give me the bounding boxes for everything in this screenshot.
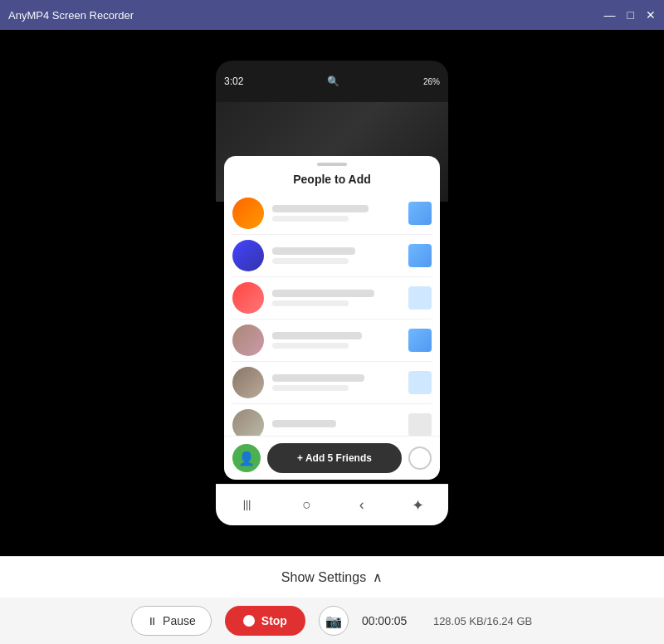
avatar [232, 324, 264, 356]
person-info [272, 247, 400, 264]
phone-camera-icons: 🔍 [327, 76, 339, 87]
modal-title: People to Add [224, 169, 440, 193]
add-friend-icon[interactable] [408, 371, 432, 394]
add-friend-icon[interactable] [408, 329, 432, 352]
stop-circle-icon [243, 615, 255, 627]
add-friend-icon[interactable] [408, 202, 432, 225]
modal-panel: People to Add [224, 156, 440, 480]
avatar [232, 409, 264, 436]
stop-label: Stop [261, 614, 287, 627]
nav-back-icon[interactable]: ‹ [359, 496, 364, 514]
sub-bar [272, 385, 349, 391]
phone-screen: 3:02 🔍 26% People to Add [216, 61, 448, 525]
list-item [232, 277, 432, 320]
person-info [272, 205, 400, 222]
title-bar-controls: — □ ✕ [604, 9, 656, 21]
screenshot-button[interactable]: 📷 [319, 606, 349, 636]
name-bar [272, 332, 362, 339]
name-bar [272, 290, 374, 297]
green-avatar: 👤 [232, 444, 261, 472]
list-item [232, 193, 432, 235]
phone-time: 3:02 [224, 76, 243, 87]
file-size-display: 128.05 KB/16.24 GB [433, 615, 533, 627]
phone-top-bar: 3:02 🔍 26% [216, 61, 448, 102]
nav-home-icon[interactable]: ○ [302, 496, 311, 514]
circle-check [408, 446, 432, 470]
add-friends-button[interactable]: + Add 5 Friends [267, 443, 402, 473]
person-info [272, 374, 400, 391]
list-item [232, 235, 432, 277]
name-bar [272, 374, 364, 382]
add-friend-icon[interactable] [408, 244, 432, 267]
person-icon: 👤 [238, 451, 255, 466]
name-bar [272, 420, 336, 427]
timer-display: 00:00:05 [362, 614, 420, 627]
pause-button[interactable]: ⏸ Pause [131, 606, 212, 636]
control-bar: ⏸ Pause Stop 📷 00:00:05 128.05 KB/16.24 … [0, 598, 664, 644]
name-bar [272, 247, 355, 255]
show-settings-bar[interactable]: Show Settings ∧ [0, 556, 664, 598]
pause-icon: ⏸ [147, 615, 158, 627]
people-list [224, 193, 440, 436]
sub-bar [272, 258, 349, 264]
person-info [272, 332, 400, 349]
chevron-up-icon: ∧ [373, 569, 383, 585]
camera-icon: 📷 [325, 613, 342, 629]
name-bar [272, 205, 369, 212]
person-info [272, 420, 400, 431]
list-item [232, 362, 432, 404]
stop-button[interactable]: Stop [225, 606, 305, 636]
title-bar-left: AnyMP4 Screen Recorder [8, 9, 134, 22]
nav-person-icon[interactable]: ✦ [412, 496, 424, 515]
avatar [232, 198, 264, 229]
phone-bottom-nav: ⫼ ○ ‹ ✦ [216, 484, 448, 525]
battery-level: 26% [423, 77, 440, 86]
person-info [272, 290, 400, 306]
list-item [232, 320, 432, 362]
sub-bar [272, 216, 349, 222]
sub-bar [272, 300, 349, 306]
main-area: 3:02 🔍 26% People to Add [0, 30, 664, 644]
avatar [232, 282, 264, 314]
pause-label: Pause [163, 614, 196, 627]
minimize-button[interactable]: — [604, 9, 616, 21]
nav-menu-icon[interactable]: ⫼ [240, 496, 255, 514]
sub-bar [272, 343, 349, 349]
phone-wrapper: 3:02 🔍 26% People to Add [0, 30, 664, 556]
maximize-button[interactable]: □ [627, 9, 634, 21]
phone-status-icons: 26% [423, 77, 440, 86]
avatar [232, 367, 264, 398]
title-bar: AnyMP4 Screen Recorder — □ ✕ [0, 0, 664, 30]
add-friend-icon[interactable] [408, 286, 432, 310]
modal-handle [317, 163, 347, 166]
avatar [232, 240, 264, 271]
add-friend-icon[interactable] [408, 413, 432, 436]
add-friends-bar: 👤 + Add 5 Friends [224, 436, 440, 480]
list-item [232, 404, 432, 436]
show-settings-label: Show Settings [281, 570, 366, 585]
app-title: AnyMP4 Screen Recorder [8, 9, 134, 22]
close-button[interactable]: ✕ [646, 9, 656, 21]
search-icon: 🔍 [327, 76, 339, 87]
